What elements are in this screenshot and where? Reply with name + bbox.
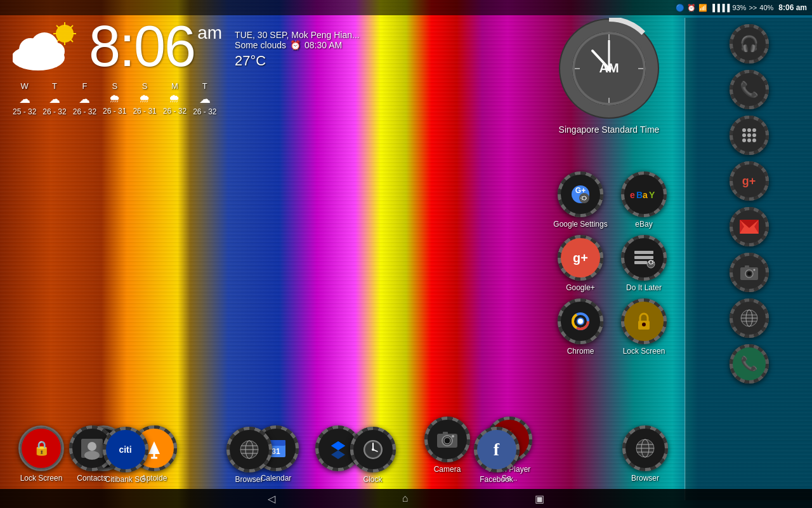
weather-widget: 8:06 am TUE, 30 SEP, Mok Peng Hian... So… xyxy=(13,18,406,116)
svg-line-5 xyxy=(56,25,59,28)
svg-point-101 xyxy=(753,269,755,271)
cloud-desc: Some clouds xyxy=(235,40,286,50)
battery-percent: 93% xyxy=(732,4,746,11)
svg-point-58 xyxy=(372,448,374,451)
wifi-icon: 📶 xyxy=(698,4,707,12)
app-label-facebook: Facebook xyxy=(480,475,513,484)
forecast-icon-F: ☁ xyxy=(79,92,90,106)
forecast-day-T2: T ☁ 26 - 32 xyxy=(193,81,216,116)
forecast-day-T1: T ☁ 26 - 32 xyxy=(43,81,66,116)
svg-line-7 xyxy=(70,25,73,28)
svg-point-85 xyxy=(752,128,756,132)
forecast-day-W: W ☁ 25 - 32 xyxy=(13,81,36,116)
nav-recent-button[interactable]: ▣ xyxy=(535,493,544,505)
svg-point-87 xyxy=(747,133,751,137)
far-right-browser[interactable] xyxy=(724,298,775,338)
svg-text:e: e xyxy=(630,190,635,200)
svg-text:Y: Y xyxy=(649,190,655,200)
app-ebay[interactable]: e B a Y eBay xyxy=(615,171,672,229)
app-facebook[interactable]: f Facebook xyxy=(468,427,525,484)
right-apps-col1: G+ Google Settings g+ Google+ xyxy=(552,171,609,356)
far-right-camera[interactable] xyxy=(724,253,775,292)
far-right-headphones[interactable]: 🎧 xyxy=(724,24,775,64)
clock-ampm: am xyxy=(197,23,222,43)
app-google-plus[interactable]: g+ Google+ xyxy=(552,235,609,292)
bottom-right-browser: Browser xyxy=(617,425,674,483)
all-bottom-apps: citi Citibank SG Browser xyxy=(0,427,571,484)
svg-point-67 xyxy=(578,319,583,324)
signal-icon: ▐▐▐▐ xyxy=(710,4,730,11)
far-right-viber[interactable]: 📞 xyxy=(724,344,775,384)
app-browser1[interactable]: Browser xyxy=(221,427,278,484)
weather-description: Some clouds ⏰ 08:30 AM xyxy=(235,40,360,50)
app-label-ebay: eBay xyxy=(635,220,652,229)
forecast-day-S2: S 🌧 26 - 31 xyxy=(133,81,156,116)
app-browser-right[interactable]: Browser xyxy=(617,425,674,483)
forecast-icon-S2: 🌧 xyxy=(139,92,150,105)
forecast-icon-T1: ☁ xyxy=(49,92,60,106)
svg-point-26 xyxy=(606,66,612,71)
app-clock[interactable]: Clock xyxy=(344,427,402,484)
svg-rect-100 xyxy=(745,265,749,268)
far-right-gplus[interactable]: g+ xyxy=(724,161,775,201)
weather-temperature: 27°C xyxy=(235,53,360,69)
forecast-icon-W: ☁ xyxy=(19,92,30,106)
svg-point-84 xyxy=(747,128,751,132)
forecast-icon-M: 🌧 xyxy=(169,92,180,105)
svg-point-99 xyxy=(747,272,751,276)
forecast-day-S1: S 🌧 26 - 31 xyxy=(103,81,126,116)
nav-home-button[interactable]: ⌂ xyxy=(402,493,409,504)
far-right-panel: 🎧 📞 xyxy=(685,18,812,500)
app-chrome[interactable]: Chrome xyxy=(552,298,609,356)
right-apps-col2: e B a Y eBay Do It Later xyxy=(615,171,672,356)
svg-point-12 xyxy=(47,43,65,60)
weather-date: TUE, 30 SEP, Mok Peng Hian... xyxy=(235,30,360,40)
clock-widget: AM Singapore Standard Time xyxy=(552,18,666,157)
status-time: 8:06 am xyxy=(778,3,807,12)
app-label-google-plus: Google+ xyxy=(566,283,595,292)
far-right-gmail[interactable] xyxy=(724,207,775,246)
forecast-icon-S1: 🌧 xyxy=(109,92,121,105)
app-label-browser1: Browser xyxy=(235,475,263,484)
app-label-clock: Clock xyxy=(363,475,382,484)
svg-line-6 xyxy=(70,39,73,42)
alarm-status-icon: ⏰ xyxy=(687,4,696,12)
app-citibank[interactable]: citi Citibank SG xyxy=(97,427,154,484)
app-label-browser-right: Browser xyxy=(631,474,659,483)
forecast-row: W ☁ 25 - 32 T ☁ 26 - 32 F ☁ 26 - 32 S 🌧 … xyxy=(13,81,406,116)
svg-rect-73 xyxy=(634,256,653,259)
clock-timezone: Singapore Standard Time xyxy=(559,124,660,135)
forecast-day-M: M 🌧 26 - 32 xyxy=(163,81,187,116)
far-right-appgrid[interactable] xyxy=(724,116,775,155)
svg-point-89 xyxy=(742,138,746,142)
app-label-chrome: Chrome xyxy=(567,347,594,356)
app-label-lock-screen2: Lock Screen xyxy=(623,347,665,356)
divider-line xyxy=(684,18,685,500)
svg-text:a: a xyxy=(643,190,648,200)
svg-point-86 xyxy=(742,133,746,137)
svg-text:B: B xyxy=(636,190,643,200)
svg-point-90 xyxy=(747,138,751,142)
svg-point-88 xyxy=(752,133,756,137)
nav-bar: ◁ ⌂ ▣ xyxy=(0,489,812,508)
battery2-percent: 40% xyxy=(759,4,773,11)
app-lock-screen-2[interactable]: Lock Screen xyxy=(615,298,672,356)
svg-rect-74 xyxy=(634,261,647,264)
analog-clock: AM xyxy=(558,18,660,119)
svg-point-77 xyxy=(642,323,646,326)
far-right-phone[interactable]: 📞 xyxy=(724,70,775,109)
weather-info: TUE, 30 SEP, Mok Peng Hian... Some cloud… xyxy=(235,30,360,69)
svg-point-91 xyxy=(752,138,756,142)
app-label-citibank: Citibank SG xyxy=(105,475,145,484)
status-bar: 🔵 ⏰ 📶 ▐▐▐▐ 93% >> 40% 8:06 am xyxy=(0,0,812,15)
clock-time: 8:06 xyxy=(89,18,195,75)
bluetooth-icon: 🔵 xyxy=(676,4,684,12)
app-google-settings[interactable]: G+ Google Settings xyxy=(552,171,609,229)
app-label-google-settings: Google Settings xyxy=(553,220,607,229)
forecast-day-F: F ☁ 26 - 32 xyxy=(73,81,96,116)
svg-rect-72 xyxy=(634,251,653,254)
weather-icon xyxy=(13,21,89,72)
nav-back-button[interactable]: ◁ xyxy=(268,493,275,505)
app-do-it-later[interactable]: Do It Later xyxy=(615,235,672,292)
forecast-icon-T2: ☁ xyxy=(199,92,211,106)
